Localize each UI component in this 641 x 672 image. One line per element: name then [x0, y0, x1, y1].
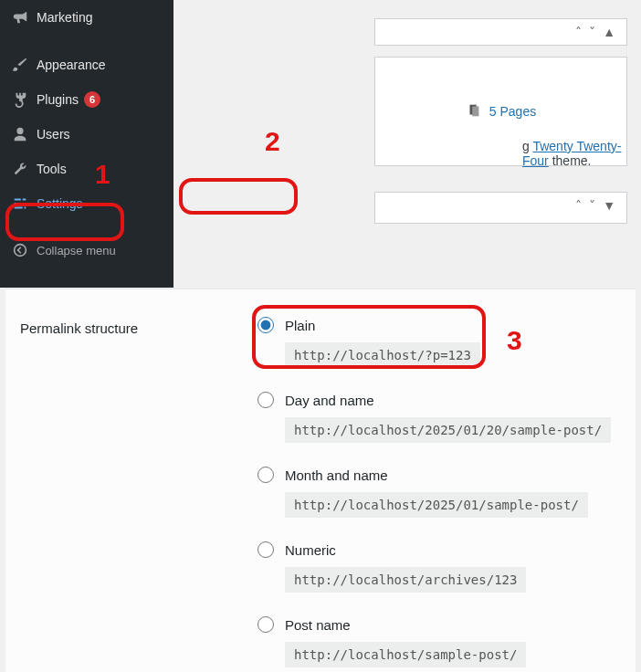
permalink-url: http://localhost/?p=123 [285, 342, 480, 368]
sidebar-item-label: Appearance [37, 58, 106, 72]
permalink-radio-numeric[interactable] [257, 541, 274, 558]
pages-link[interactable]: 5 Pages [466, 102, 536, 121]
permalink-radio-dayname[interactable] [257, 392, 274, 408]
user-icon [11, 125, 29, 143]
permalink-option-plain: Plain http://localhost/?p=123 [257, 317, 621, 368]
permalink-option-monthname: Month and name http://localhost/2025/01/… [257, 467, 621, 518]
sidebar-item-plugins[interactable]: Plugins 6 [0, 82, 173, 117]
permalink-option-postname: Post name http://localhost/sample-post/ [257, 616, 621, 667]
sidebar-item-label: Settings [37, 196, 83, 211]
plug-icon [11, 90, 29, 109]
permalink-heading: Permalink structure [20, 306, 257, 336]
sidebar-item-label: Marketing [37, 10, 92, 25]
sidebar-item-tools[interactable]: Tools [0, 152, 173, 186]
permalink-radio-monthname[interactable] [257, 467, 274, 483]
permalink-url: http://localhost/archives/123 [285, 567, 526, 593]
sidebar-item-appearance[interactable]: Appearance [0, 47, 173, 82]
brush-icon [11, 56, 29, 74]
permalink-radio-postname[interactable] [257, 616, 274, 633]
sidebar-item-label: Collapse menu [37, 244, 116, 257]
panel-down-icon[interactable]: ˅ [589, 25, 595, 39]
permalink-label: Post name [285, 617, 351, 633]
panel-expand-icon[interactable]: ▼ [603, 198, 615, 213]
theme-line: g Twenty Twenty-Four theme. [522, 139, 623, 168]
permalink-radio-plain[interactable] [257, 317, 274, 333]
permalink-url: http://localhost/2025/01/sample-post/ [285, 492, 588, 518]
sidebar-item-marketing[interactable]: Marketing [0, 0, 173, 35]
sidebar-item-label: Plugins [37, 92, 79, 107]
pages-link-text: 5 Pages [489, 104, 536, 119]
collapse-icon [11, 241, 29, 259]
sidebar-item-settings[interactable]: Settings [0, 186, 173, 221]
permalink-option-dayname: Day and name http://localhost/2025/01/20… [257, 392, 621, 443]
permalink-label: Plain [285, 318, 315, 333]
permalink-options: Plain http://localhost/?p=123 Day and na… [257, 306, 621, 667]
sidebar-item-label: Tools [37, 162, 67, 176]
panel-down-icon[interactable]: ˅ [589, 198, 595, 213]
plugin-update-badge: 6 [84, 91, 100, 108]
sidebar-collapse[interactable]: Collapse menu [0, 230, 173, 268]
panel-up-icon[interactable]: ˄ [575, 198, 582, 213]
panel-up-icon[interactable]: ˄ [575, 25, 582, 39]
permalink-option-numeric: Numeric http://localhost/archives/123 [257, 541, 621, 593]
permalink-url: http://localhost/2025/01/20/sample-post/ [285, 417, 611, 443]
sidebar-item-users[interactable]: Users [0, 117, 173, 152]
sliders-icon [11, 194, 29, 213]
svg-point-0 [15, 245, 26, 257]
permalink-label: Month and name [285, 467, 388, 483]
megaphone-icon [11, 8, 29, 26]
admin-sidebar: Marketing Appearance Plugins 6 Users [0, 0, 173, 288]
permalink-settings: Permalink structure Plain http://localho… [5, 289, 636, 672]
permalink-label: Day and name [285, 393, 374, 408]
wrench-icon [11, 160, 29, 178]
sidebar-item-label: Users [37, 127, 70, 142]
permalink-url: http://localhost/sample-post/ [285, 642, 526, 667]
permalink-label: Numeric [285, 542, 336, 558]
pages-icon [466, 102, 482, 121]
panel-collapse-icon[interactable]: ▲ [603, 25, 615, 39]
dashboard-panel-low: ˄ ˅ ▼ [374, 192, 627, 224]
dashboard-panel-top: ˄ ˅ ▲ [374, 18, 627, 46]
